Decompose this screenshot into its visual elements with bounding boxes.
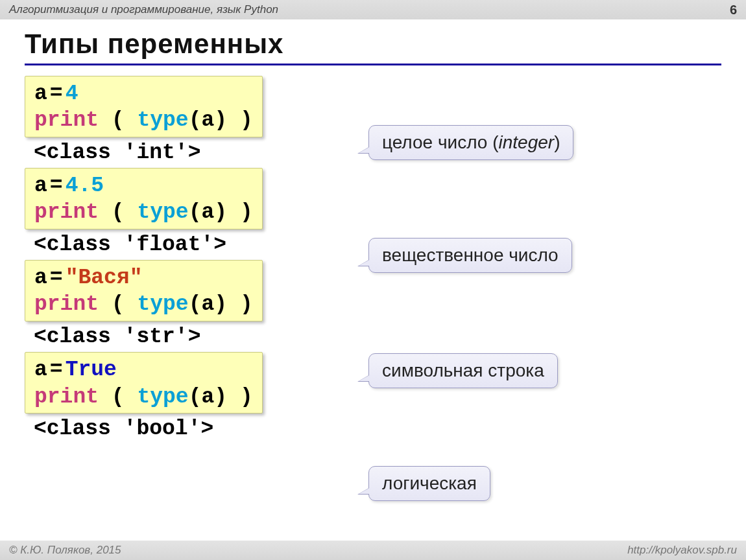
header-subject: Алгоритмизация и программирование, язык … bbox=[9, 3, 278, 16]
footer-bar: © К.Ю. Поляков, 2015 http://kpolyakov.sp… bbox=[0, 541, 746, 560]
code-output: <class 'bool'> bbox=[25, 415, 721, 443]
footer-url: http://kpolyakov.spb.ru bbox=[627, 544, 737, 557]
code-box: a=4 print ( type(a) ) bbox=[25, 76, 263, 137]
callout-string: символьная строка bbox=[368, 353, 558, 388]
example-str: a="Вася" print ( type(a) ) <class 'str'> bbox=[25, 260, 721, 351]
callout-integer: целое число (integer) bbox=[368, 125, 573, 160]
slide-content: a=4 print ( type(a) ) <class 'int'> a=4.… bbox=[25, 76, 721, 443]
code-output: <class 'str'> bbox=[25, 323, 721, 351]
page-number: 6 bbox=[730, 3, 737, 18]
code-box: a=4.5 print ( type(a) ) bbox=[25, 168, 263, 229]
code-box: a=True print ( type(a) ) bbox=[25, 352, 263, 414]
callout-float: вещественное число bbox=[368, 238, 572, 273]
header-bar: Алгоритмизация и программирование, язык … bbox=[0, 0, 746, 19]
callout-bool: логическая bbox=[368, 466, 490, 501]
code-box: a="Вася" print ( type(a) ) bbox=[25, 260, 263, 321]
footer-copyright: © К.Ю. Поляков, 2015 bbox=[9, 544, 121, 557]
slide-title: Типы переменных bbox=[25, 29, 721, 65]
